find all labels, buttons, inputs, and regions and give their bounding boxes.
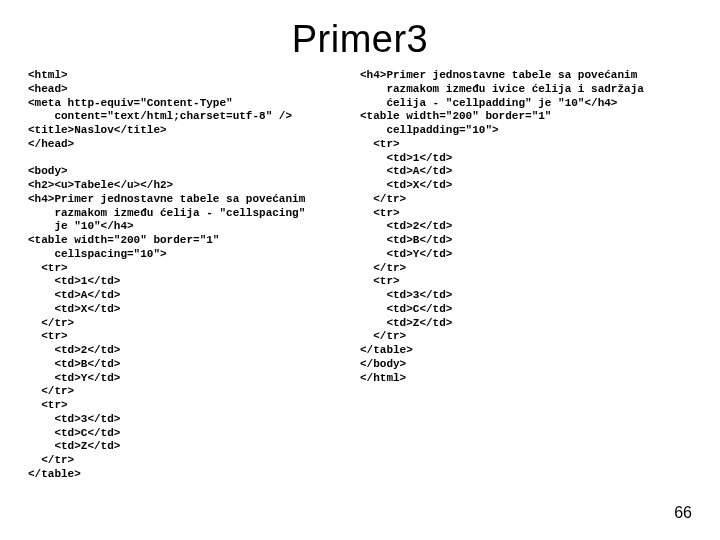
content-columns: <html> <head> <meta http-equiv="Content-… bbox=[0, 69, 720, 482]
page-number: 66 bbox=[674, 504, 692, 522]
left-code-block: <html> <head> <meta http-equiv="Content-… bbox=[28, 69, 350, 482]
slide: Primer3 <html> <head> <meta http-equiv="… bbox=[0, 0, 720, 540]
right-column: <h4>Primer jednostavne tabele sa povećan… bbox=[360, 69, 692, 482]
slide-title: Primer3 bbox=[0, 0, 720, 69]
right-code-block: <h4>Primer jednostavne tabele sa povećan… bbox=[360, 69, 682, 385]
left-column: <html> <head> <meta http-equiv="Content-… bbox=[28, 69, 360, 482]
